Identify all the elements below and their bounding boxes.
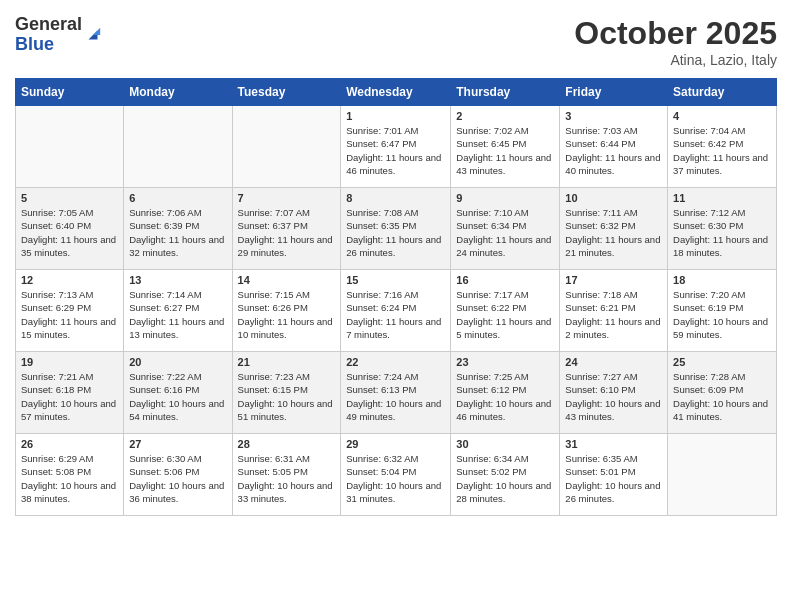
day-info: Sunrise: 7:27 AMSunset: 6:10 PMDaylight:…: [565, 370, 662, 423]
day-cell: 18Sunrise: 7:20 AMSunset: 6:19 PMDayligh…: [668, 270, 777, 352]
day-info: Sunrise: 7:08 AMSunset: 6:35 PMDaylight:…: [346, 206, 445, 259]
day-number: 5: [21, 192, 118, 204]
day-cell: 7Sunrise: 7:07 AMSunset: 6:37 PMDaylight…: [232, 188, 341, 270]
day-number: 27: [129, 438, 226, 450]
logo-general: General: [15, 15, 82, 35]
day-cell: 8Sunrise: 7:08 AMSunset: 6:35 PMDaylight…: [341, 188, 451, 270]
day-info: Sunrise: 7:10 AMSunset: 6:34 PMDaylight:…: [456, 206, 554, 259]
day-number: 13: [129, 274, 226, 286]
day-info: Sunrise: 6:34 AMSunset: 5:02 PMDaylight:…: [456, 452, 554, 505]
calendar-table: SundayMondayTuesdayWednesdayThursdayFrid…: [15, 78, 777, 516]
logo-blue: Blue: [15, 35, 82, 55]
day-info: Sunrise: 7:07 AMSunset: 6:37 PMDaylight:…: [238, 206, 336, 259]
day-info: Sunrise: 7:03 AMSunset: 6:44 PMDaylight:…: [565, 124, 662, 177]
day-cell: [124, 106, 232, 188]
day-number: 4: [673, 110, 771, 122]
day-number: 28: [238, 438, 336, 450]
day-info: Sunrise: 7:18 AMSunset: 6:21 PMDaylight:…: [565, 288, 662, 341]
day-cell: 26Sunrise: 6:29 AMSunset: 5:08 PMDayligh…: [16, 434, 124, 516]
day-info: Sunrise: 7:22 AMSunset: 6:16 PMDaylight:…: [129, 370, 226, 423]
location: Atina, Lazio, Italy: [574, 52, 777, 68]
day-cell: 1Sunrise: 7:01 AMSunset: 6:47 PMDaylight…: [341, 106, 451, 188]
day-number: 25: [673, 356, 771, 368]
day-cell: 28Sunrise: 6:31 AMSunset: 5:05 PMDayligh…: [232, 434, 341, 516]
day-cell: 4Sunrise: 7:04 AMSunset: 6:42 PMDaylight…: [668, 106, 777, 188]
header-monday: Monday: [124, 79, 232, 106]
day-info: Sunrise: 7:21 AMSunset: 6:18 PMDaylight:…: [21, 370, 118, 423]
day-header-row: SundayMondayTuesdayWednesdayThursdayFrid…: [16, 79, 777, 106]
day-cell: 2Sunrise: 7:02 AMSunset: 6:45 PMDaylight…: [451, 106, 560, 188]
day-number: 19: [21, 356, 118, 368]
day-cell: 30Sunrise: 6:34 AMSunset: 5:02 PMDayligh…: [451, 434, 560, 516]
day-info: Sunrise: 7:06 AMSunset: 6:39 PMDaylight:…: [129, 206, 226, 259]
day-info: Sunrise: 6:35 AMSunset: 5:01 PMDaylight:…: [565, 452, 662, 505]
day-cell: 6Sunrise: 7:06 AMSunset: 6:39 PMDaylight…: [124, 188, 232, 270]
day-cell: 5Sunrise: 7:05 AMSunset: 6:40 PMDaylight…: [16, 188, 124, 270]
day-number: 30: [456, 438, 554, 450]
day-info: Sunrise: 7:25 AMSunset: 6:12 PMDaylight:…: [456, 370, 554, 423]
page-header: General Blue October 2025 Atina, Lazio, …: [15, 15, 777, 68]
day-cell: [16, 106, 124, 188]
day-number: 11: [673, 192, 771, 204]
header-sunday: Sunday: [16, 79, 124, 106]
day-cell: 3Sunrise: 7:03 AMSunset: 6:44 PMDaylight…: [560, 106, 668, 188]
day-info: Sunrise: 6:29 AMSunset: 5:08 PMDaylight:…: [21, 452, 118, 505]
day-cell: 23Sunrise: 7:25 AMSunset: 6:12 PMDayligh…: [451, 352, 560, 434]
day-number: 1: [346, 110, 445, 122]
day-cell: 10Sunrise: 7:11 AMSunset: 6:32 PMDayligh…: [560, 188, 668, 270]
day-number: 12: [21, 274, 118, 286]
day-cell: 16Sunrise: 7:17 AMSunset: 6:22 PMDayligh…: [451, 270, 560, 352]
day-info: Sunrise: 7:11 AMSunset: 6:32 PMDaylight:…: [565, 206, 662, 259]
day-cell: 13Sunrise: 7:14 AMSunset: 6:27 PMDayligh…: [124, 270, 232, 352]
day-info: Sunrise: 6:32 AMSunset: 5:04 PMDaylight:…: [346, 452, 445, 505]
day-info: Sunrise: 7:02 AMSunset: 6:45 PMDaylight:…: [456, 124, 554, 177]
day-info: Sunrise: 7:16 AMSunset: 6:24 PMDaylight:…: [346, 288, 445, 341]
day-number: 9: [456, 192, 554, 204]
week-row-2: 12Sunrise: 7:13 AMSunset: 6:29 PMDayligh…: [16, 270, 777, 352]
day-cell: 29Sunrise: 6:32 AMSunset: 5:04 PMDayligh…: [341, 434, 451, 516]
day-number: 17: [565, 274, 662, 286]
day-number: 31: [565, 438, 662, 450]
week-row-1: 5Sunrise: 7:05 AMSunset: 6:40 PMDaylight…: [16, 188, 777, 270]
day-cell: [232, 106, 341, 188]
day-cell: 19Sunrise: 7:21 AMSunset: 6:18 PMDayligh…: [16, 352, 124, 434]
day-info: Sunrise: 7:14 AMSunset: 6:27 PMDaylight:…: [129, 288, 226, 341]
day-number: 18: [673, 274, 771, 286]
day-cell: [668, 434, 777, 516]
header-wednesday: Wednesday: [341, 79, 451, 106]
day-info: Sunrise: 7:01 AMSunset: 6:47 PMDaylight:…: [346, 124, 445, 177]
title-block: October 2025 Atina, Lazio, Italy: [574, 15, 777, 68]
day-cell: 21Sunrise: 7:23 AMSunset: 6:15 PMDayligh…: [232, 352, 341, 434]
day-info: Sunrise: 7:13 AMSunset: 6:29 PMDaylight:…: [21, 288, 118, 341]
logo-icon: [84, 26, 102, 44]
logo: General Blue: [15, 15, 102, 55]
day-number: 10: [565, 192, 662, 204]
day-info: Sunrise: 7:05 AMSunset: 6:40 PMDaylight:…: [21, 206, 118, 259]
day-number: 6: [129, 192, 226, 204]
week-row-3: 19Sunrise: 7:21 AMSunset: 6:18 PMDayligh…: [16, 352, 777, 434]
svg-marker-1: [93, 28, 100, 35]
day-info: Sunrise: 7:17 AMSunset: 6:22 PMDaylight:…: [456, 288, 554, 341]
day-number: 29: [346, 438, 445, 450]
day-info: Sunrise: 7:12 AMSunset: 6:30 PMDaylight:…: [673, 206, 771, 259]
day-cell: 25Sunrise: 7:28 AMSunset: 6:09 PMDayligh…: [668, 352, 777, 434]
day-info: Sunrise: 7:24 AMSunset: 6:13 PMDaylight:…: [346, 370, 445, 423]
day-number: 21: [238, 356, 336, 368]
header-tuesday: Tuesday: [232, 79, 341, 106]
day-info: Sunrise: 7:23 AMSunset: 6:15 PMDaylight:…: [238, 370, 336, 423]
day-number: 3: [565, 110, 662, 122]
day-number: 15: [346, 274, 445, 286]
day-info: Sunrise: 7:04 AMSunset: 6:42 PMDaylight:…: [673, 124, 771, 177]
day-cell: 20Sunrise: 7:22 AMSunset: 6:16 PMDayligh…: [124, 352, 232, 434]
day-cell: 9Sunrise: 7:10 AMSunset: 6:34 PMDaylight…: [451, 188, 560, 270]
header-thursday: Thursday: [451, 79, 560, 106]
day-cell: 17Sunrise: 7:18 AMSunset: 6:21 PMDayligh…: [560, 270, 668, 352]
day-cell: 24Sunrise: 7:27 AMSunset: 6:10 PMDayligh…: [560, 352, 668, 434]
day-cell: 12Sunrise: 7:13 AMSunset: 6:29 PMDayligh…: [16, 270, 124, 352]
day-info: Sunrise: 7:20 AMSunset: 6:19 PMDaylight:…: [673, 288, 771, 341]
day-cell: 22Sunrise: 7:24 AMSunset: 6:13 PMDayligh…: [341, 352, 451, 434]
header-friday: Friday: [560, 79, 668, 106]
day-cell: 14Sunrise: 7:15 AMSunset: 6:26 PMDayligh…: [232, 270, 341, 352]
day-cell: 11Sunrise: 7:12 AMSunset: 6:30 PMDayligh…: [668, 188, 777, 270]
day-info: Sunrise: 7:15 AMSunset: 6:26 PMDaylight:…: [238, 288, 336, 341]
